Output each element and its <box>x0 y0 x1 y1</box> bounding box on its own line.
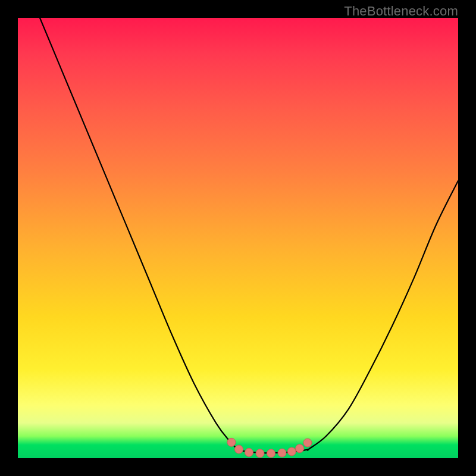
bottleneck-curve <box>40 18 458 453</box>
valley-marker <box>278 449 286 457</box>
valley-marker <box>245 448 253 456</box>
valley-marker <box>227 438 236 446</box>
valley-marker <box>287 447 296 456</box>
watermark-text: TheBottleneck.com <box>344 4 458 19</box>
valley-marker <box>234 445 243 453</box>
valley-marker <box>267 449 275 458</box>
plot-area <box>18 18 458 458</box>
valley-marker <box>296 444 304 453</box>
curve-paths <box>40 18 458 453</box>
valley-markers <box>227 438 312 458</box>
chart-stage: TheBottleneck.com <box>0 0 476 476</box>
curve-svg <box>18 18 458 458</box>
valley-marker <box>303 439 312 447</box>
valley-marker <box>256 449 264 458</box>
